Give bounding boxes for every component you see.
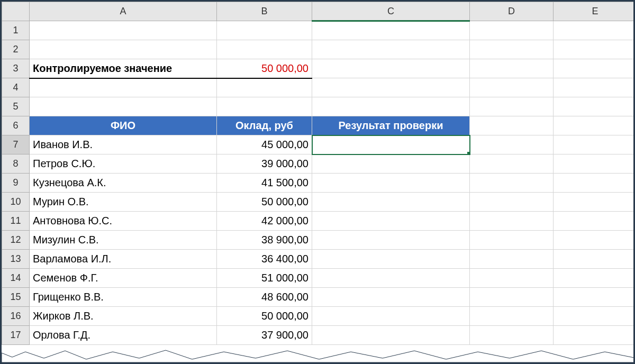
cell-C10[interactable]	[312, 193, 470, 212]
row-header-9[interactable]: 9	[2, 174, 30, 193]
cell-E7[interactable]	[554, 135, 636, 154]
row-header-5[interactable]: 5	[2, 97, 30, 116]
col-header-A[interactable]: A	[30, 2, 217, 21]
cell-B2[interactable]	[217, 40, 312, 59]
cell-C12[interactable]	[312, 231, 470, 250]
cell-D3[interactable]	[470, 59, 554, 78]
row-header-6[interactable]: 6	[2, 116, 30, 135]
cell-D13[interactable]	[470, 250, 554, 269]
cell-B9-salary[interactable]: 41 500,00	[217, 174, 312, 193]
cell-A16-name[interactable]: Жирков Л.В.	[30, 307, 217, 326]
row-header-16[interactable]: 16	[2, 307, 30, 326]
cell-B11-salary[interactable]: 42 000,00	[217, 212, 312, 231]
table-header-result[interactable]: Результат проверки	[312, 116, 470, 135]
cell-C17[interactable]	[312, 326, 470, 345]
row-header-4[interactable]: 4	[2, 78, 30, 97]
cell-A13-name[interactable]: Варламова И.Л.	[30, 250, 217, 269]
cell-B4[interactable]	[217, 78, 312, 97]
cell-C14[interactable]	[312, 269, 470, 288]
cell-A10-name[interactable]: Мурин О.В.	[30, 193, 217, 212]
cell-D4[interactable]	[470, 78, 554, 97]
row-header-17[interactable]: 17	[2, 326, 30, 345]
select-all-corner[interactable]	[2, 2, 30, 21]
cell-B12-salary[interactable]: 38 900,00	[217, 231, 312, 250]
cell-E10[interactable]	[554, 193, 636, 212]
cell-B3-control-value[interactable]: 50 000,00	[217, 59, 312, 78]
row-header-1[interactable]: 1	[2, 21, 30, 40]
cell-E9[interactable]	[554, 174, 636, 193]
cell-A14-name[interactable]: Семенов Ф.Г.	[30, 269, 217, 288]
spreadsheet-grid[interactable]: A B C D E 1 2 3 Контролируемое значе	[2, 2, 635, 345]
cell-E12[interactable]	[554, 231, 636, 250]
cell-A2[interactable]	[30, 40, 217, 59]
cell-B8-salary[interactable]: 39 000,00	[217, 154, 312, 174]
cell-D8[interactable]	[470, 154, 554, 174]
row-header-7[interactable]: 7	[2, 135, 30, 154]
cell-D6[interactable]	[470, 116, 554, 135]
col-header-C[interactable]: C	[312, 2, 470, 21]
row-header-2[interactable]: 2	[2, 40, 30, 59]
cell-C13[interactable]	[312, 250, 470, 269]
row-header-8[interactable]: 8	[2, 154, 30, 174]
cell-A15-name[interactable]: Грищенко В.В.	[30, 288, 217, 307]
cell-A17-name[interactable]: Орлова Г.Д.	[30, 326, 217, 345]
row-header-12[interactable]: 12	[2, 231, 30, 250]
cell-A3-control-label[interactable]: Контролируемое значение	[30, 59, 217, 78]
cell-B7-salary[interactable]: 45 000,00	[217, 135, 312, 154]
table-header-salary[interactable]: Оклад, руб	[217, 116, 312, 135]
cell-E6[interactable]	[554, 116, 636, 135]
cell-D17[interactable]	[470, 326, 554, 345]
col-header-E[interactable]: E	[554, 2, 636, 21]
table-header-name[interactable]: ФИО	[30, 116, 217, 135]
cell-A4[interactable]	[30, 78, 217, 97]
cell-D14[interactable]	[470, 269, 554, 288]
cell-B16-salary[interactable]: 50 000,00	[217, 307, 312, 326]
cell-C1[interactable]	[312, 21, 470, 40]
cell-C5[interactable]	[312, 97, 470, 116]
cell-B14-salary[interactable]: 51 000,00	[217, 269, 312, 288]
cell-E14[interactable]	[554, 269, 636, 288]
cell-D16[interactable]	[470, 307, 554, 326]
cell-C7-active[interactable]	[312, 135, 470, 154]
cell-C9[interactable]	[312, 174, 470, 193]
cell-D11[interactable]	[470, 212, 554, 231]
cell-D5[interactable]	[470, 97, 554, 116]
cell-A11-name[interactable]: Антовнова Ю.С.	[30, 212, 217, 231]
cell-E11[interactable]	[554, 212, 636, 231]
row-header-13[interactable]: 13	[2, 250, 30, 269]
cell-C16[interactable]	[312, 307, 470, 326]
cell-D10[interactable]	[470, 193, 554, 212]
cell-E1[interactable]	[554, 21, 636, 40]
cell-B17-salary[interactable]: 37 900,00	[217, 326, 312, 345]
cell-A9-name[interactable]: Кузнецова А.К.	[30, 174, 217, 193]
cell-B1[interactable]	[217, 21, 312, 40]
cell-C8[interactable]	[312, 154, 470, 174]
cell-E4[interactable]	[554, 78, 636, 97]
cell-E17[interactable]	[554, 326, 636, 345]
cell-B13-salary[interactable]: 36 400,00	[217, 250, 312, 269]
cell-D7[interactable]	[470, 135, 554, 154]
cell-A12-name[interactable]: Мизулин С.В.	[30, 231, 217, 250]
cell-B10-salary[interactable]: 50 000,00	[217, 193, 312, 212]
cell-A7-name[interactable]: Иванов И.В.	[30, 135, 217, 154]
cell-E3[interactable]	[554, 59, 636, 78]
cell-C15[interactable]	[312, 288, 470, 307]
cell-E13[interactable]	[554, 250, 636, 269]
cell-D12[interactable]	[470, 231, 554, 250]
row-header-10[interactable]: 10	[2, 193, 30, 212]
col-header-B[interactable]: B	[217, 2, 312, 21]
cell-C4[interactable]	[312, 78, 470, 97]
cell-A5[interactable]	[30, 97, 217, 116]
cell-C2[interactable]	[312, 40, 470, 59]
cell-D2[interactable]	[470, 40, 554, 59]
cell-E2[interactable]	[554, 40, 636, 59]
cell-A8-name[interactable]: Петров С.Ю.	[30, 154, 217, 174]
cell-D15[interactable]	[470, 288, 554, 307]
cell-E15[interactable]	[554, 288, 636, 307]
row-header-15[interactable]: 15	[2, 288, 30, 307]
cell-D9[interactable]	[470, 174, 554, 193]
cell-A1[interactable]	[30, 21, 217, 40]
cell-C3[interactable]	[312, 59, 470, 78]
row-header-3[interactable]: 3	[2, 59, 30, 78]
cell-B5[interactable]	[217, 97, 312, 116]
